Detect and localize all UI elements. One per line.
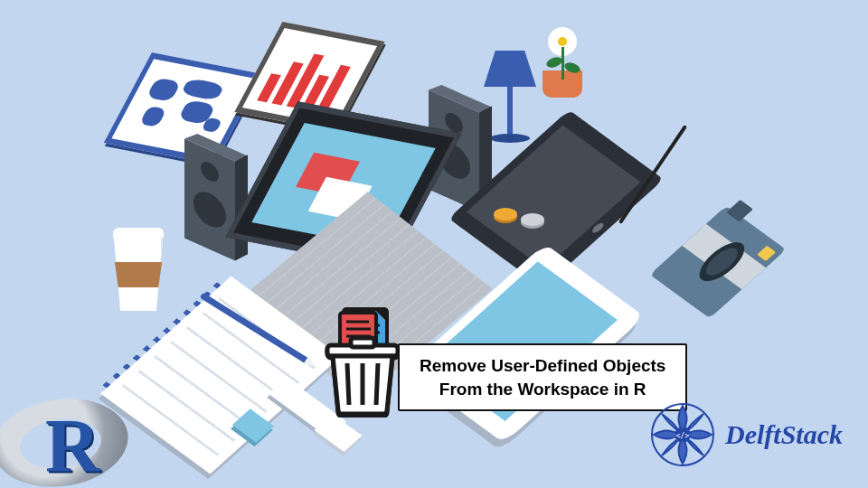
svg-line-11 (347, 363, 349, 405)
r-logo-letter: R (45, 408, 100, 484)
brand-name: DelftStack (725, 421, 843, 448)
mandala-icon: </> (649, 401, 716, 468)
r-logo: R (0, 383, 139, 488)
caption-line-2: From the Workspace in R (420, 378, 665, 401)
svg-rect-10 (351, 338, 374, 347)
gold-coin-icon (494, 208, 517, 221)
world-map-icon (122, 68, 244, 150)
svg-line-13 (376, 363, 378, 405)
camera-icon (650, 206, 787, 318)
speaker-left-icon (184, 139, 235, 261)
delftstack-logo: </> DelftStack (649, 401, 843, 468)
title-caption: Remove User-Defined Objects From the Wor… (398, 343, 687, 411)
code-tag-icon: </> (676, 432, 690, 440)
caption-line-1: Remove User-Defined Objects (420, 354, 665, 378)
silver-coin-icon (521, 213, 544, 226)
flower-pot-icon (542, 42, 582, 98)
coffee-cup-icon (110, 237, 166, 311)
illustration-stage: Remove User-Defined Objects From the Wor… (0, 0, 868, 488)
